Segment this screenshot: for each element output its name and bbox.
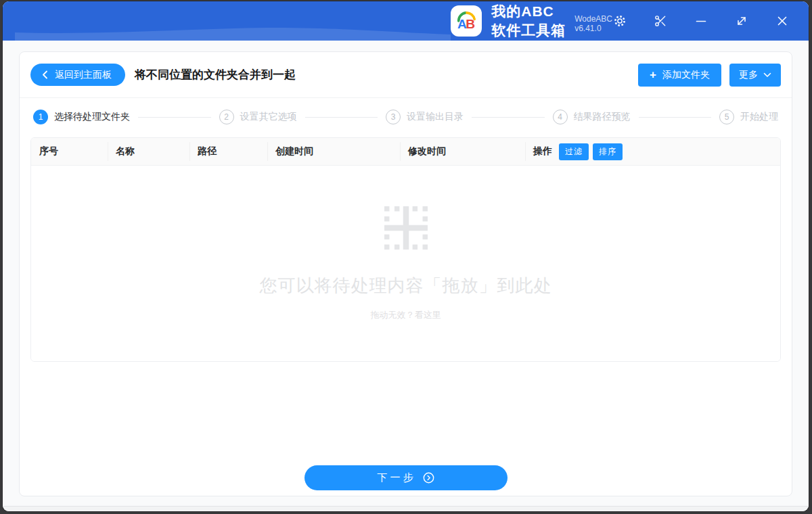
next-step-button[interactable]: 下一步 [304,465,508,490]
drop-plus-icon [384,206,428,250]
step-connector [138,117,211,118]
settings-gear-icon[interactable] [612,14,627,28]
column-header-actions: 操作 过滤 排序 [525,138,780,165]
column-header-path: 路径 [189,138,267,165]
step-2-other-options[interactable]: 2 设置其它选项 [219,110,297,124]
more-button-label: 更多 [739,69,758,81]
step-3-output-dir[interactable]: 3 设置输出目录 [386,110,464,124]
step-1-label: 选择待处理文件夹 [54,111,130,123]
column-header-modified: 修改时间 [400,138,525,165]
arrow-right-circle-icon [423,472,434,484]
chevron-down-icon [763,72,771,78]
column-header-created: 创建时间 [267,138,400,165]
step-2-label: 设置其它选项 [240,111,297,123]
actions-column-label: 操作 [533,145,552,158]
step-connector [305,117,378,118]
dropzone-main-text: 您可以将待处理内容「拖放」到此处 [260,274,552,298]
next-button-label: 下一步 [378,471,416,484]
close-icon[interactable] [775,14,790,28]
maximize-resize-icon[interactable] [734,14,749,28]
card-header: 返回到主面板 将不同位置的文件夹合并到一起 + 添加文件夹 更多 [20,52,792,98]
step-1-number: 1 [33,110,48,124]
scissors-icon[interactable] [653,14,668,28]
step-4-result-preview[interactable]: 4 结果路径预览 [553,110,631,124]
step-indicator: 1 选择待处理文件夹 2 设置其它选项 3 设置输出目录 4 结果路径预览 [20,98,792,136]
page-title: 将不同位置的文件夹合并到一起 [135,67,296,83]
app-logo: AB [451,5,482,37]
card-footer: 下一步 [20,465,792,496]
titlebar-wave-decoration [15,1,451,41]
plus-icon: + [650,69,656,80]
back-to-dashboard-button[interactable]: 返回到主面板 [30,64,125,86]
chevron-left-icon [41,70,49,79]
step-1-select-folders[interactable]: 1 选择待处理文件夹 [33,110,130,124]
step-4-label: 结果路径预览 [574,111,631,123]
step-connector [639,117,712,118]
dropzone-hint-link[interactable]: 拖动无效？看这里 [371,309,441,321]
step-2-number: 2 [219,110,234,124]
titlebar: AB 我的ABC软件工具箱 WodeABC v6.41.0 [3,1,809,41]
window-bottom-edge [3,506,809,511]
table-header-row: 序号 名称 路径 创建时间 修改时间 操作 过滤 排序 [31,138,780,166]
step-5-number: 5 [719,110,734,124]
abc-logo-icon: AB [453,7,480,34]
main-content: 返回到主面板 将不同位置的文件夹合并到一起 + 添加文件夹 更多 [3,41,809,506]
sort-button[interactable]: 排序 [593,143,623,160]
back-button-label: 返回到主面板 [55,69,112,81]
column-header-index: 序号 [31,138,108,165]
step-3-label: 设置输出目录 [407,111,464,123]
minimize-icon[interactable] [694,14,708,28]
more-button[interactable]: 更多 [729,64,781,87]
step-5-label: 开始处理 [740,111,778,123]
add-folder-button[interactable]: + 添加文件夹 [638,64,721,87]
step-5-start-processing[interactable]: 5 开始处理 [719,110,778,124]
svg-text:AB: AB [457,17,475,31]
drag-drop-zone[interactable]: 您可以将待处理内容「拖放」到此处 拖动无效？看这里 [31,166,780,361]
column-header-name: 名称 [108,138,189,165]
content-card: 返回到主面板 将不同位置的文件夹合并到一起 + 添加文件夹 更多 [19,51,792,496]
app-version: WodeABC v6.41.0 [574,14,612,33]
step-3-number: 3 [386,110,401,124]
app-window: AB 我的ABC软件工具箱 WodeABC v6.41.0 [3,1,809,511]
add-folder-label: 添加文件夹 [662,69,710,81]
step-connector [472,117,545,118]
app-title: 我的ABC软件工具箱 [491,2,568,40]
folder-table: 序号 名称 路径 创建时间 修改时间 操作 过滤 排序 [30,137,781,362]
titlebar-controls [612,14,790,28]
step-4-number: 4 [553,110,568,124]
filter-button[interactable]: 过滤 [559,143,589,160]
